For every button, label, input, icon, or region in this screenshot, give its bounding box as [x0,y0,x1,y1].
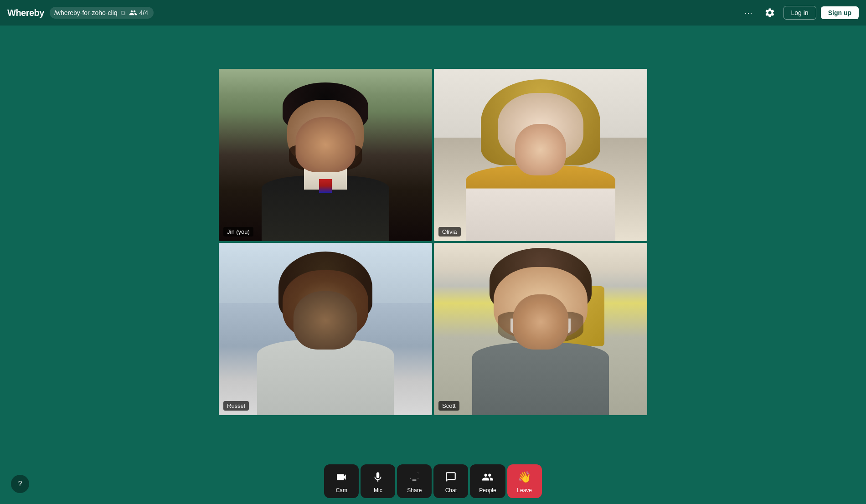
person-olivia [434,69,647,241]
mic-button[interactable]: Mic [361,464,395,498]
participant-label-scott: Scott [438,401,459,411]
cam-button[interactable]: Cam [324,464,359,498]
help-button[interactable]: ? [11,475,29,493]
topbar-right: ⋯ Log in Sign up [741,5,859,21]
share-button[interactable]: Share [397,464,432,498]
mic-label: Mic [374,487,382,494]
cam-label: Cam [336,487,347,494]
signup-button[interactable]: Sign up [821,6,859,19]
participant-label-olivia: Olivia [438,227,461,237]
login-button[interactable]: Log in [784,6,816,20]
video-grid: Jin (you) Olivia [0,26,866,458]
participant-count: 4/4 [129,9,148,17]
copy-icon: ⧉ [121,9,125,17]
bottom-toolbar: Cam Mic Share Chat [0,458,866,504]
leave-label: Leave [517,487,532,494]
people-icon [479,469,496,485]
chat-label: Chat [445,487,457,494]
settings-button[interactable] [761,5,779,21]
video-tile-olivia: Olivia [434,69,647,241]
leave-button[interactable]: 👋 Leave [507,464,542,498]
chat-icon [443,469,459,485]
cam-icon [333,469,350,485]
video-tile-russel: Russel [219,243,432,415]
participant-label-russel: Russel [223,401,249,411]
participant-label-jin: Jin (you) [223,227,253,237]
share-icon [406,469,423,485]
room-name: /whereby-for-zoho-cliq [54,9,118,16]
chat-button[interactable]: Chat [433,464,468,498]
topbar: Whereby /whereby-for-zoho-cliq ⧉ 4/4 ⋯ L… [0,0,866,26]
person-jin [219,69,432,241]
leave-icon: 👋 [516,469,533,485]
room-pill[interactable]: /whereby-for-zoho-cliq ⧉ 4/4 [50,7,154,19]
video-tile-jin: Jin (you) [219,69,432,241]
people-label: People [479,487,496,494]
people-button[interactable]: People [470,464,505,498]
person-russel [219,243,432,415]
video-tile-scott: Scott [434,243,647,415]
grid-inner: Jin (you) Olivia [219,69,647,415]
share-label: Share [407,487,422,494]
mic-icon [370,469,386,485]
logo: Whereby [7,8,44,18]
help-label: ? [18,480,22,488]
more-button[interactable]: ⋯ [741,5,756,21]
person-scott [434,243,647,415]
